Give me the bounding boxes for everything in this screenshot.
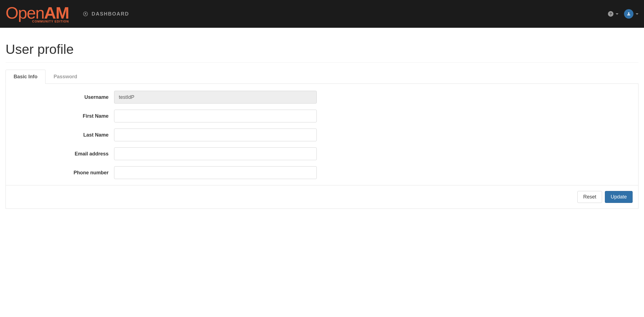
label-email: Email address — [11, 151, 114, 157]
help-dropdown[interactable]: ? — [608, 11, 618, 17]
nav-dashboard[interactable]: DASHBOARD — [83, 11, 129, 17]
logo-tagline: COMMUNITY EDITION — [32, 20, 69, 23]
tabs: Basic Info Password — [6, 70, 638, 84]
form-group-email: Email address — [11, 147, 633, 160]
update-button[interactable]: Update — [605, 191, 633, 203]
logo[interactable]: OpenAM COMMUNITY EDITION — [6, 5, 69, 23]
chevron-down-icon — [616, 13, 618, 15]
dashboard-icon — [83, 11, 88, 17]
logo-text: OpenAM — [6, 5, 69, 21]
tab-basic-info[interactable]: Basic Info — [6, 70, 46, 84]
user-icon — [627, 12, 631, 16]
help-icon: ? — [608, 11, 613, 17]
label-username: Username — [11, 94, 114, 100]
chevron-down-icon — [636, 13, 638, 15]
main-container: User profile Basic Info Password Usernam… — [0, 28, 644, 214]
nav-right: ? — [608, 9, 638, 19]
input-last-name[interactable] — [114, 129, 317, 141]
form-group-phone: Phone number — [11, 166, 633, 179]
reset-button[interactable]: Reset — [577, 191, 602, 203]
label-phone: Phone number — [11, 170, 114, 176]
form-group-username: Username — [11, 91, 633, 104]
label-first-name: First Name — [11, 113, 114, 119]
tab-password[interactable]: Password — [46, 70, 85, 84]
nav-dashboard-label: DASHBOARD — [92, 11, 129, 17]
form-footer: Reset Update — [6, 185, 638, 208]
form-group-last-name: Last Name — [11, 129, 633, 141]
input-username — [114, 91, 317, 104]
label-last-name: Last Name — [11, 132, 114, 138]
user-dropdown[interactable] — [624, 9, 638, 19]
page-title: User profile — [6, 33, 638, 63]
input-first-name[interactable] — [114, 110, 317, 122]
navbar: OpenAM COMMUNITY EDITION DASHBOARD ? — [0, 0, 644, 28]
form-group-first-name: First Name — [11, 110, 633, 122]
input-phone[interactable] — [114, 166, 317, 179]
user-avatar — [624, 9, 633, 19]
tab-content: Username First Name Last Name Email addr… — [6, 84, 638, 209]
input-email[interactable] — [114, 147, 317, 160]
